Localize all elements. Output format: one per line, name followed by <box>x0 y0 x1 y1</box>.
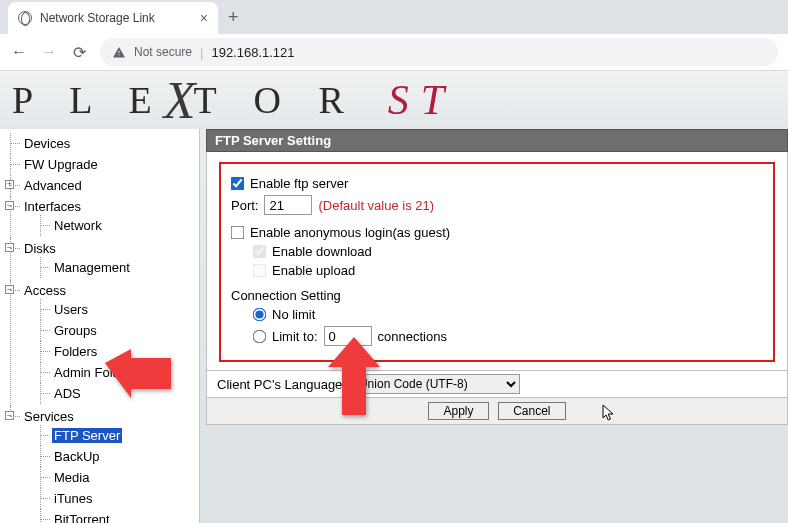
enable-ftp-checkbox[interactable] <box>231 177 245 191</box>
port-input[interactable] <box>264 195 312 215</box>
url-text: 192.168.1.121 <box>211 45 294 60</box>
reload-button[interactable]: ⟳ <box>70 43 88 62</box>
limit-to-radio[interactable] <box>253 329 267 343</box>
new-tab-button[interactable]: + <box>228 7 239 28</box>
tree-item-fw-upgrade[interactable]: FW Upgrade <box>4 154 199 175</box>
cancel-button[interactable]: Cancel <box>498 402 565 420</box>
browser-tab[interactable]: Network Storage Link × <box>8 2 218 34</box>
limit-input[interactable] <box>324 326 372 346</box>
enable-download-checkbox <box>253 245 267 259</box>
tree-item-itunes[interactable]: iTunes <box>26 488 199 509</box>
collapse-icon[interactable]: − <box>5 285 14 294</box>
language-label: Client PC's Language: <box>217 377 346 392</box>
collapse-icon[interactable]: − <box>5 411 14 420</box>
language-select[interactable]: Union Code (UTF-8) <box>352 374 520 394</box>
address-bar: ← → ⟳ Not secure | 192.168.1.121 <box>0 34 788 70</box>
back-button[interactable]: ← <box>10 43 28 61</box>
sidebar: Devices FW Upgrade +Advanced −Interfaces… <box>0 129 200 523</box>
url-field[interactable]: Not secure | 192.168.1.121 <box>100 38 778 66</box>
apply-button[interactable]: Apply <box>428 402 488 420</box>
language-row: Client PC's Language: Union Code (UTF-8) <box>206 371 788 398</box>
tree-item-services[interactable]: −Services FTP Server BackUp Media iTunes… <box>4 406 199 523</box>
no-limit-radio[interactable] <box>253 308 267 322</box>
enable-upload-checkbox <box>253 264 267 278</box>
not-secure-label: Not secure <box>134 45 192 59</box>
main-panel: FTP Server Setting Enable ftp server Por… <box>200 129 788 523</box>
not-secure-icon <box>112 46 126 59</box>
enable-ftp-label: Enable ftp server <box>250 176 348 191</box>
tree-item-access[interactable]: −Access Users Groups Folders Admin Folde… <box>4 280 199 406</box>
port-default-hint: (Default value is 21) <box>318 198 434 213</box>
tree-item-media[interactable]: Media <box>26 467 199 488</box>
cursor-icon <box>602 404 616 425</box>
enable-anon-checkbox[interactable] <box>231 226 245 240</box>
forward-button[interactable]: → <box>40 43 58 61</box>
logo-bar: P L EXT O R ST <box>0 71 788 129</box>
connection-setting-label: Connection Setting <box>231 288 341 303</box>
nav-tree: Devices FW Upgrade +Advanced −Interfaces… <box>4 133 199 523</box>
globe-icon <box>18 11 32 25</box>
enable-download-label: Enable download <box>272 244 372 259</box>
panel-body: Enable ftp server Port: (Default value i… <box>206 152 788 371</box>
port-label: Port: <box>231 198 258 213</box>
enable-upload-label: Enable upload <box>272 263 355 278</box>
browser-chrome: Network Storage Link × + ← → ⟳ Not secur… <box>0 0 788 71</box>
brand-sub: ST <box>388 76 456 124</box>
tree-item-folders[interactable]: Folders <box>26 341 199 362</box>
tree-item-management[interactable]: Management <box>26 257 199 278</box>
tree-item-interfaces[interactable]: −Interfaces Network <box>4 196 199 238</box>
tab-bar: Network Storage Link × + <box>0 0 788 34</box>
tree-item-bittorrent[interactable]: BitTorrent <box>26 509 199 523</box>
limit-to-label: Limit to: <box>272 329 318 344</box>
connections-label: connections <box>378 329 447 344</box>
close-tab-icon[interactable]: × <box>200 10 208 26</box>
expand-icon[interactable]: + <box>5 180 14 189</box>
tree-item-advanced[interactable]: +Advanced <box>4 175 199 196</box>
tab-title: Network Storage Link <box>40 11 192 25</box>
collapse-icon[interactable]: − <box>5 201 14 210</box>
no-limit-label: No limit <box>272 307 315 322</box>
tree-item-devices[interactable]: Devices <box>4 133 199 154</box>
tree-item-backup[interactable]: BackUp <box>26 446 199 467</box>
highlight-box: Enable ftp server Port: (Default value i… <box>219 162 775 362</box>
tree-item-ftp-server[interactable]: FTP Server <box>26 425 199 446</box>
tree-item-disks[interactable]: −Disks Management <box>4 238 199 280</box>
tree-item-groups[interactable]: Groups <box>26 320 199 341</box>
tree-item-users[interactable]: Users <box>26 299 199 320</box>
enable-anon-label: Enable anonymous login(as guest) <box>250 225 450 240</box>
page: P L EXT O R ST Devices FW Upgrade +Advan… <box>0 71 788 523</box>
collapse-icon[interactable]: − <box>5 243 14 252</box>
brand-logo: P L EXT O R <box>12 71 358 129</box>
tree-item-admin-folder[interactable]: Admin Folder <box>26 362 199 383</box>
panel-header: FTP Server Setting <box>206 129 788 152</box>
tree-item-ads[interactable]: ADS <box>26 383 199 404</box>
button-row: Apply Cancel <box>206 398 788 425</box>
tree-item-network[interactable]: Network <box>26 215 199 236</box>
